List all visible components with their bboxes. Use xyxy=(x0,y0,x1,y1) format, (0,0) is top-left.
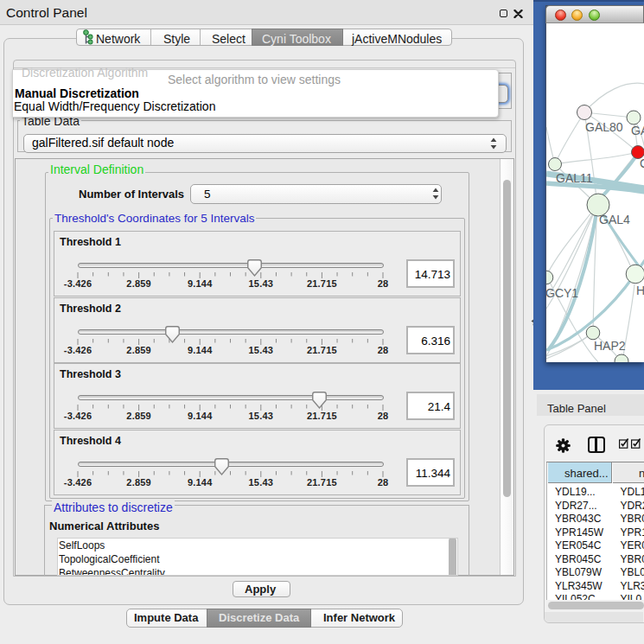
svg-text:H: H xyxy=(636,284,644,297)
svg-text:GAL11: GAL11 xyxy=(556,171,593,185)
svg-text:C: C xyxy=(640,156,644,170)
svg-text:GCY1: GCY1 xyxy=(546,286,578,300)
svg-text:GA: GA xyxy=(631,124,644,137)
svg-text:GAL80: GAL80 xyxy=(585,120,623,134)
svg-text:HAP2: HAP2 xyxy=(594,339,626,353)
svg-text:GAL4: GAL4 xyxy=(599,213,630,226)
